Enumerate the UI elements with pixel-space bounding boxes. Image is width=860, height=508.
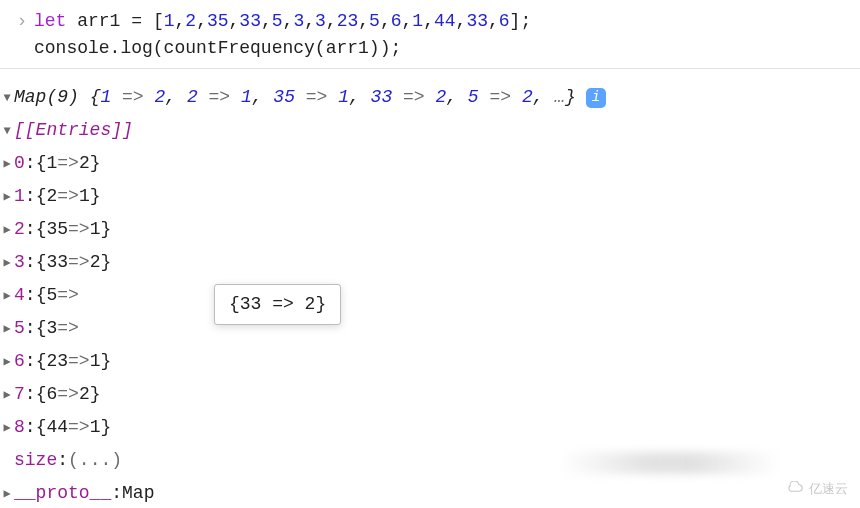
entry-index: 7 xyxy=(14,381,25,408)
expand-arrow-icon[interactable] xyxy=(0,89,14,107)
entry-index: 8 xyxy=(14,414,25,441)
map-summary-pairs: 1 => 2, 2 => 1, 35 => 1, 33 => 2, 5 => 2… xyxy=(100,84,565,111)
expand-arrow-icon[interactable] xyxy=(0,386,14,404)
entry-index: 6 xyxy=(14,348,25,375)
entry-value: 1 xyxy=(90,414,101,441)
entry-row[interactable]: 0: {1 => 2} xyxy=(0,147,860,180)
entry-value: 1 xyxy=(79,183,90,210)
info-icon[interactable]: i xyxy=(586,88,606,108)
entry-key: 33 xyxy=(46,249,68,276)
entry-value: 2 xyxy=(79,150,90,177)
entry-row[interactable]: 7: {6 => 2} xyxy=(0,378,860,411)
expand-arrow-icon[interactable] xyxy=(0,122,14,140)
entry-key: 23 xyxy=(46,348,68,375)
entry-key: 5 xyxy=(46,282,57,309)
entry-value: 1 xyxy=(90,216,101,243)
entry-row[interactable]: 4: {5 => xyxy=(0,279,860,312)
watermark: 亿速云 xyxy=(783,479,848,499)
proto-row[interactable]: __proto__: Map xyxy=(0,477,860,508)
expand-arrow-icon[interactable] xyxy=(0,287,14,305)
console-input-row[interactable]: › let arr1 = [1,2,35,33,5,3,3,23,5,6,1,4… xyxy=(0,8,860,35)
proto-label: __proto__ xyxy=(14,480,111,507)
entry-row[interactable]: 2: {35 => 1} xyxy=(0,213,860,246)
expand-arrow-icon[interactable] xyxy=(0,419,14,437)
entries-list: 0: {1 => 2}1: {2 => 1}2: {35 => 1}3: {33… xyxy=(0,147,860,444)
prompt-chevron-icon: › xyxy=(10,8,34,35)
entries-label: [[Entries]] xyxy=(14,117,133,144)
entries-header-row[interactable]: [[Entries]] xyxy=(0,114,860,147)
expand-arrow-icon[interactable] xyxy=(0,188,14,206)
entry-row[interactable]: 3: {33 => 2} xyxy=(0,246,860,279)
entry-key: 2 xyxy=(46,183,57,210)
code-line-2: console.log(countFrequency(arr1)); xyxy=(0,35,860,62)
keyword-let: let xyxy=(34,11,66,31)
entry-index: 4 xyxy=(14,282,25,309)
expand-arrow-icon[interactable] xyxy=(0,254,14,272)
expand-arrow-icon[interactable] xyxy=(0,221,14,239)
expand-arrow-icon[interactable] xyxy=(0,485,14,503)
hover-tooltip: {33 => 2} xyxy=(214,284,341,325)
entry-row[interactable]: 8: {44 => 1} xyxy=(0,411,860,444)
entry-index: 1 xyxy=(14,183,25,210)
entry-value: 2 xyxy=(79,381,90,408)
expand-arrow-icon[interactable] xyxy=(0,320,14,338)
entry-value: 2 xyxy=(90,249,101,276)
var-name: arr1 xyxy=(77,11,120,31)
entry-index: 0 xyxy=(14,150,25,177)
entry-key: 35 xyxy=(46,216,68,243)
decorative-blur xyxy=(560,452,780,474)
expand-arrow-icon[interactable] xyxy=(0,155,14,173)
entry-row[interactable]: 6: {23 => 1} xyxy=(0,345,860,378)
entry-index: 3 xyxy=(14,249,25,276)
expand-arrow-icon[interactable] xyxy=(0,353,14,371)
entry-row[interactable]: 5: {3 => xyxy=(0,312,860,345)
entry-index: 2 xyxy=(14,216,25,243)
entry-key: 6 xyxy=(46,381,57,408)
code-line-1: let arr1 = [1,2,35,33,5,3,3,23,5,6,1,44,… xyxy=(34,8,531,35)
cloud-icon xyxy=(783,481,805,495)
size-value: (...) xyxy=(68,447,122,474)
entry-key: 1 xyxy=(46,150,57,177)
array-literal: 1,2,35,33,5,3,3,23,5,6,1,44,33,6 xyxy=(164,11,510,31)
entry-key: 44 xyxy=(46,414,68,441)
size-label: size xyxy=(14,447,57,474)
entry-index: 5 xyxy=(14,315,25,342)
map-label: Map(9) xyxy=(14,84,79,111)
entry-value: 1 xyxy=(90,348,101,375)
watermark-text: 亿速云 xyxy=(809,479,848,499)
entry-key: 3 xyxy=(46,315,57,342)
map-summary-row[interactable]: Map(9) {1 => 2, 2 => 1, 35 => 1, 33 => 2… xyxy=(0,81,860,114)
proto-value: Map xyxy=(122,480,154,507)
entry-row[interactable]: 1: {2 => 1} xyxy=(0,180,860,213)
